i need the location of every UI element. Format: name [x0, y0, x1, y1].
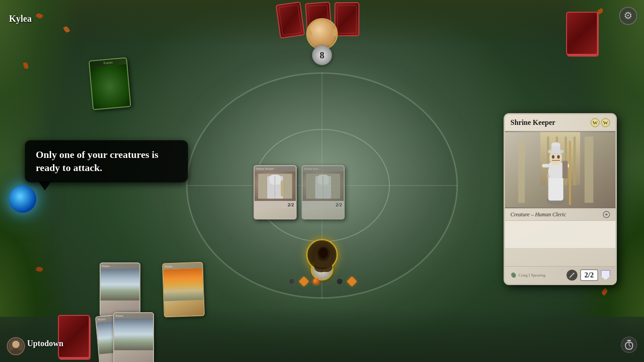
board-card-1-bottom: 2/2	[255, 201, 296, 208]
deck-card-1	[566, 12, 598, 55]
svg-rect-33	[562, 161, 568, 178]
svg-point-34	[552, 155, 554, 159]
board-card-2-title: Shrine Kee...	[303, 166, 344, 171]
shrine-keeper-card-2[interactable]: Shrine Kee... 2/2	[302, 165, 345, 219]
opponent-land-area[interactable]: Forest	[88, 57, 131, 110]
svg-rect-25	[542, 164, 550, 167]
elf-ear-right	[332, 27, 338, 37]
svg-rect-15	[585, 137, 594, 203]
player-name: Uptodown	[27, 339, 63, 348]
gear-icon: ⚙	[624, 10, 633, 22]
mana-orb-orange	[313, 278, 319, 285]
plains-title-1: Plains	[101, 263, 139, 269]
shield-icon	[601, 270, 610, 280]
shrine-keeper-popup: Shrine Keeper W W	[504, 113, 617, 285]
player-deck-card-1	[58, 315, 90, 358]
opponent-card-3	[335, 2, 360, 36]
popup-header: Shrine Keeper W W	[505, 114, 615, 131]
plains-stack-front[interactable]: Plains	[113, 312, 154, 362]
popup-footer: Craig I Spearing 2/2	[505, 266, 615, 284]
mana-orb-empty-1	[288, 278, 295, 285]
mana-orb-empty-2	[336, 278, 343, 285]
opponent-card-1	[275, 1, 305, 38]
mana-bar	[288, 278, 356, 285]
player-plains-card-1[interactable]: Plains	[100, 262, 140, 317]
svg-rect-20	[573, 137, 576, 185]
opponent-life-number: 8	[320, 50, 324, 61]
popup-credit: Craig I Spearing	[519, 273, 545, 277]
popup-pt-box: 2/2	[567, 269, 610, 281]
svg-point-35	[557, 155, 560, 159]
speech-bubble: Only one of your creatures is ready to a…	[25, 140, 188, 182]
opponent-face	[308, 20, 336, 48]
mana-diamond-2	[347, 276, 357, 287]
timer-button[interactable]	[621, 337, 637, 353]
shrine-keeper-card-1[interactable]: Shrine Keeper 2/2	[254, 165, 297, 219]
player-portrait	[7, 337, 25, 355]
plains-art-1	[101, 269, 139, 300]
popup-mana-cost: W W	[591, 118, 610, 127]
board-card-2-bottom: 2/2	[303, 201, 344, 208]
opponent-deck	[567, 14, 599, 57]
popup-footer-left: Craig I Spearing	[510, 272, 545, 278]
board-card-1-art	[255, 171, 296, 201]
svg-rect-31	[569, 137, 571, 205]
plains-card-1[interactable]: Plains	[100, 262, 140, 317]
forest-card[interactable]: Forest	[88, 57, 131, 110]
svg-point-30	[551, 142, 560, 147]
svg-line-48	[629, 345, 631, 347]
plains-art-2	[163, 268, 203, 301]
popup-text-area	[505, 221, 615, 248]
settings-button[interactable]: ⚙	[619, 7, 637, 25]
player-plains-card-2[interactable]: Plains	[163, 262, 204, 317]
player-avatar-area	[306, 239, 338, 274]
mana-diamond	[299, 276, 309, 287]
plains-card-2[interactable]: Plains	[162, 262, 205, 317]
popup-card-name: Shrine Keeper	[510, 119, 555, 127]
elf-ear-left	[306, 27, 312, 37]
popup-type-line: Creature – Human Cleric	[505, 208, 615, 221]
land-card-art	[90, 64, 130, 110]
svg-point-12	[319, 248, 328, 258]
popup-art	[505, 131, 615, 208]
svg-point-44	[12, 341, 19, 348]
blue-orb	[9, 186, 36, 213]
mana-spacer	[325, 278, 331, 285]
speech-text: Only one of your creatures is ready to a…	[36, 149, 159, 173]
opponent-name: Kylea	[9, 14, 32, 24]
mana-w-1: W	[591, 118, 600, 127]
popup-pt-number: 2/2	[580, 269, 598, 281]
svg-rect-14	[518, 141, 525, 203]
svg-rect-4	[281, 181, 284, 196]
mana-w-2: W	[601, 118, 610, 127]
player-figure	[306, 239, 338, 271]
opponent-life: 8	[312, 45, 332, 65]
sword-icon	[567, 270, 577, 281]
board-card-2-art	[303, 171, 344, 201]
game-board: ⚙ Kylea 8 Forest Shrine Ke	[0, 0, 644, 362]
board-card-1-title: Shrine Keeper	[255, 166, 296, 171]
svg-rect-46	[627, 340, 631, 341]
